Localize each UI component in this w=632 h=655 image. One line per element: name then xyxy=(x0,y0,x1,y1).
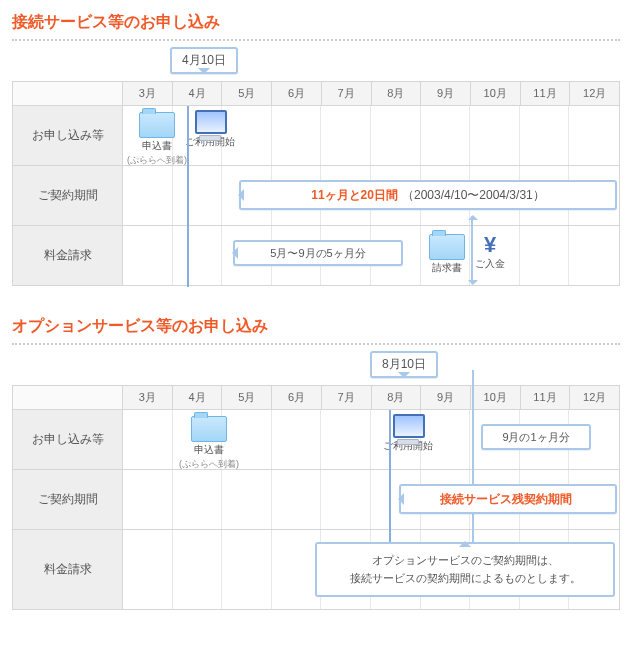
month-12: 12月 xyxy=(570,82,620,106)
month-11: 11月 xyxy=(521,386,571,410)
row-period: 11ヶ月と20日間 （2003/4/10〜2004/3/31） xyxy=(123,166,620,226)
pc-icon xyxy=(195,110,225,134)
month-8: 8月 xyxy=(372,82,422,106)
month-3: 3月 xyxy=(123,82,173,106)
rowhead-apply: お申し込み等 xyxy=(13,106,123,166)
month-6: 6月 xyxy=(272,386,322,410)
invoice-label: 請求書 xyxy=(432,261,462,275)
start-use-block: ご利用開始 xyxy=(185,110,235,149)
folder-icon xyxy=(139,112,175,138)
billing-range-box: 5月〜9月の5ヶ月分 xyxy=(233,240,403,266)
pc-icon xyxy=(393,414,423,438)
billing-range-text: 5月〜9月の5ヶ月分 xyxy=(270,246,365,261)
date-callout-text: 8月10日 xyxy=(382,357,426,371)
month-10: 10月 xyxy=(471,82,521,106)
period-bar: 11ヶ月と20日間 （2003/4/10〜2004/3/31） xyxy=(239,180,617,210)
row-billing: オプションサービスのご契約期間は、 接続サービスの契約期間によるものとします。 xyxy=(123,530,620,610)
month-12: 12月 xyxy=(570,386,620,410)
note-line2: 接続サービスの契約期間によるものとします。 xyxy=(327,570,603,588)
payment-block: ¥ ご入金 xyxy=(475,234,505,271)
period-bar: 接続サービス残契約期間 xyxy=(399,484,617,514)
section-connection: 接続サービス等のお申し込み 4月10日 3月 4月 5月 6月 7月 8月 9月… xyxy=(12,12,620,286)
apply-form-block: 申込書 (ぷららへ到着) xyxy=(127,112,187,167)
start-line xyxy=(187,106,189,287)
month-10: 10月 xyxy=(471,386,521,410)
rowhead-billing: 料金請求 xyxy=(13,226,123,286)
period-bar-em: 接続サービス残契約期間 xyxy=(440,491,572,508)
period-bar-em: 11ヶ月と20日間 xyxy=(311,187,398,204)
period-bar-rest: （2003/4/10〜2004/3/31） xyxy=(402,187,545,204)
row-period: 接続サービス残契約期間 xyxy=(123,470,620,530)
timeline-grid: 3月 4月 5月 6月 7月 8月 9月 10月 11月 12月 お申し込み等 … xyxy=(12,385,620,610)
month-5: 5月 xyxy=(222,82,272,106)
apply-form-block: 申込書 (ぷららへ到着) xyxy=(179,416,239,471)
section-title: オプションサービス等のお申し込み xyxy=(12,316,620,345)
rowhead-period: ご契約期間 xyxy=(13,166,123,226)
month-4: 4月 xyxy=(173,386,223,410)
section-title: 接続サービス等のお申し込み xyxy=(12,12,620,41)
month-9: 9月 xyxy=(421,386,471,410)
apply-form-label: 申込書 xyxy=(194,443,224,457)
month-8: 8月 xyxy=(372,386,422,410)
folder-icon xyxy=(429,234,465,260)
rowhead-period: ご契約期間 xyxy=(13,470,123,530)
date-callout-text: 4月10日 xyxy=(182,53,226,67)
folder-icon xyxy=(191,416,227,442)
note-line1: オプションサービスのご契約期間は、 xyxy=(327,552,603,570)
month-5: 5月 xyxy=(222,386,272,410)
apply-form-label: 申込書 xyxy=(142,139,172,153)
payment-label: ご入金 xyxy=(475,257,505,271)
one-month-box: 9月の1ヶ月分 xyxy=(481,424,591,450)
section-option: オプションサービス等のお申し込み 8月10日 3月 4月 5月 6月 7月 8月… xyxy=(12,316,620,610)
link-arrow xyxy=(471,216,473,284)
month-7: 7月 xyxy=(322,386,372,410)
month-3: 3月 xyxy=(123,386,173,410)
yen-icon: ¥ xyxy=(484,234,496,256)
note-box: オプションサービスのご契約期間は、 接続サービスの契約期間によるものとします。 xyxy=(315,542,615,597)
month-4: 4月 xyxy=(173,82,223,106)
rowhead-billing: 料金請求 xyxy=(13,530,123,610)
row-apply: 申込書 (ぷららへ到着) ご利用開始 9月の1ヶ月分 xyxy=(123,410,620,470)
date-callout: 4月10日 xyxy=(170,47,238,74)
month-6: 6月 xyxy=(272,82,322,106)
one-month-text: 9月の1ヶ月分 xyxy=(502,430,569,445)
row-billing: 5月〜9月の5ヶ月分 請求書 ¥ ご入金 xyxy=(123,226,620,286)
row-apply: 申込書 (ぷららへ到着) ご利用開始 xyxy=(123,106,620,166)
month-7: 7月 xyxy=(322,82,372,106)
invoice-block: 請求書 xyxy=(429,234,465,275)
month-11: 11月 xyxy=(521,82,571,106)
rowhead-apply: お申し込み等 xyxy=(13,410,123,470)
date-callout: 8月10日 xyxy=(370,351,438,378)
month-9: 9月 xyxy=(421,82,471,106)
timeline-grid: 3月 4月 5月 6月 7月 8月 9月 10月 11月 12月 お申し込み等 … xyxy=(12,81,620,286)
